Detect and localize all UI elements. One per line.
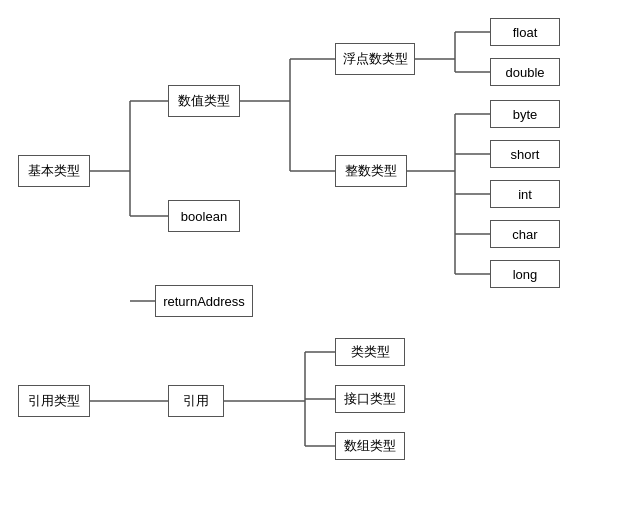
node-basic-type: 基本类型: [18, 155, 90, 187]
node-byte: byte: [490, 100, 560, 128]
node-short: short: [490, 140, 560, 168]
node-int: int: [490, 180, 560, 208]
node-float: float: [490, 18, 560, 46]
node-long: long: [490, 260, 560, 288]
diagram: 基本类型 数值类型 boolean returnAddress 浮点数类型 整数…: [0, 0, 634, 511]
node-class-type: 类类型: [335, 338, 405, 366]
node-float-type: 浮点数类型: [335, 43, 415, 75]
node-return-address: returnAddress: [155, 285, 253, 317]
node-interface-type: 接口类型: [335, 385, 405, 413]
node-numeric-type: 数值类型: [168, 85, 240, 117]
node-int-type: 整数类型: [335, 155, 407, 187]
node-ref: 引用: [168, 385, 224, 417]
node-boolean: boolean: [168, 200, 240, 232]
node-ref-type: 引用类型: [18, 385, 90, 417]
node-char: char: [490, 220, 560, 248]
node-array-type: 数组类型: [335, 432, 405, 460]
node-double: double: [490, 58, 560, 86]
